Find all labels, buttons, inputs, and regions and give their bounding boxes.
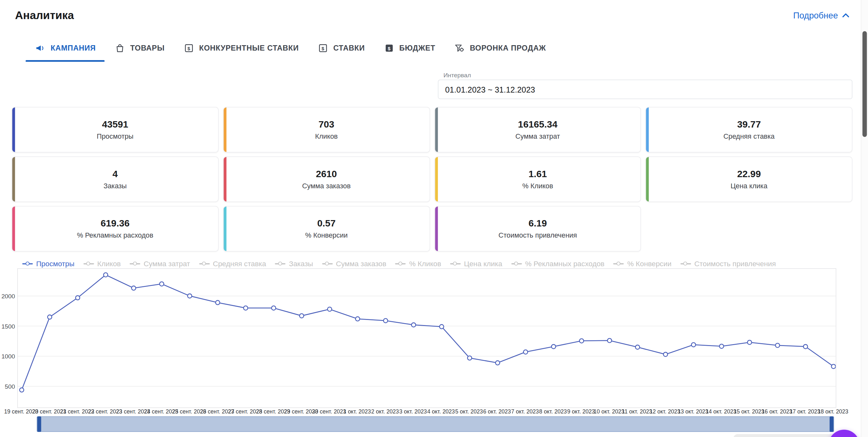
stat-value: 16165.34 <box>518 119 557 130</box>
legend-item[interactable]: % Рекламных расходов <box>511 260 604 268</box>
legend-item[interactable]: Стоимость привлечения <box>680 260 776 268</box>
x-axis-label: 10 окт. 2023 <box>594 409 624 415</box>
tab-label: СТАВКИ <box>333 44 365 52</box>
y-axis-label: 500 <box>5 383 15 389</box>
card-accent <box>646 157 649 202</box>
y-axis-label: 1500 <box>1 323 15 329</box>
line-marker-icon <box>22 261 33 266</box>
details-toggle[interactable]: Подробнее <box>793 10 851 21</box>
legend-item[interactable]: % Кликов <box>395 260 441 268</box>
legend-item[interactable]: Кликов <box>83 260 121 268</box>
stat-card-ad-cost-pct: 619.36 % Рекламных расходов <box>12 206 219 252</box>
stat-label: % Рекламных расходов <box>77 232 153 239</box>
stat-label: Цена клика <box>731 182 768 190</box>
budget-card-icon: $ <box>384 43 394 53</box>
stat-card-acquisition-cost: 6.19 Стоимость привлечения <box>434 206 641 252</box>
x-axis-label: 2 окт. 2023 <box>371 409 399 415</box>
tab-bids[interactable]: $ СТАВКИ <box>318 43 365 62</box>
range-slider[interactable] <box>37 416 834 432</box>
analytics-tabs: КАМПАНИЯ ТОВАРЫ $ КОНКУРЕНТНЫЕ СТАВКИ $ … <box>35 43 868 62</box>
card-accent <box>223 157 226 202</box>
x-axis-label: 11 окт. 2023 <box>622 409 652 415</box>
slider-handle-right[interactable] <box>830 416 833 432</box>
card-accent <box>435 108 438 152</box>
stat-label: Средняя ставка <box>723 133 775 141</box>
x-axis-label: 16 окт. 2023 <box>762 409 792 415</box>
legend-item[interactable]: % Конверсии <box>613 260 672 268</box>
legend-label: Сумма заказов <box>336 260 386 268</box>
tab-budget[interactable]: $ БЮДЖЕТ <box>384 43 435 62</box>
stat-card-conversion: 0.57 % Конверсии <box>223 206 430 252</box>
stat-label: Сумма заказов <box>302 182 351 190</box>
stat-value: 703 <box>318 119 335 130</box>
stat-card-cpc: 22.99 Цена клика <box>645 156 852 202</box>
tab-products[interactable]: ТОВАРЫ <box>115 43 165 62</box>
stat-value: 619.36 <box>101 218 130 229</box>
y-axis: 500100015002000 <box>2 269 16 407</box>
x-axis-label: 9 окт. 2023 <box>567 409 595 415</box>
line-marker-icon <box>199 261 210 266</box>
stat-card-orders: 4 Заказы <box>12 156 219 202</box>
svg-text:$: $ <box>187 46 190 51</box>
details-label: Подробнее <box>793 10 838 20</box>
card-accent <box>435 157 438 202</box>
card-accent <box>12 206 15 251</box>
stat-card-ctr: 1.61 % Кликов <box>434 156 641 202</box>
tab-label: КОНКУРЕНТНЫЕ СТАВКИ <box>199 44 299 52</box>
legend-label: Стоимость привлечения <box>694 260 776 268</box>
slider-handle-left[interactable] <box>37 416 41 432</box>
interval-field: Интервал 01.01.2023 ~ 31.12.2023 <box>438 72 852 99</box>
megaphone-icon <box>35 43 45 53</box>
tab-label: БЮДЖЕТ <box>399 44 435 52</box>
x-axis-label: 6 окт. 2023 <box>483 409 511 415</box>
x-axis-label: 3 окт. 2023 <box>399 409 427 415</box>
stat-label: % Конверсии <box>305 232 348 239</box>
legend-item[interactable]: Заказы <box>275 260 313 268</box>
line-marker-icon <box>450 261 461 266</box>
legend-item[interactable]: Цена клика <box>450 260 502 268</box>
stat-value: 4 <box>113 169 118 180</box>
tab-label: КАМПАНИЯ <box>51 44 96 52</box>
stat-label: Кликов <box>315 133 338 141</box>
line-marker-icon <box>130 261 140 266</box>
x-axis-label: 7 окт. 2023 <box>511 409 539 415</box>
svg-text:$: $ <box>321 46 324 51</box>
line-marker-icon <box>275 261 285 266</box>
tab-competitive-bids[interactable]: $ КОНКУРЕНТНЫЕ СТАВКИ <box>183 43 299 62</box>
chart-canvas <box>18 269 836 407</box>
legend-item[interactable]: Средняя ставка <box>199 260 266 268</box>
tab-label: ВОРОНКА ПРОДАЖ <box>470 44 546 52</box>
scrollbar-thumb[interactable] <box>863 31 867 137</box>
tab-campaign[interactable]: КАМПАНИЯ <box>35 43 96 62</box>
tab-sales-funnel[interactable]: ВОРОНКА ПРОДАЖ <box>454 43 546 62</box>
x-axis-label: 5 окт. 2023 <box>455 409 483 415</box>
x-axis-label: 13 окт. 2023 <box>678 409 708 415</box>
x-axis-label: 30 сент. 2023 <box>312 409 346 415</box>
legend-item[interactable]: Сумма заказов <box>322 260 386 268</box>
x-axis-label: 18 окт. 2023 <box>817 409 848 415</box>
legend-item[interactable]: Сумма затрат <box>130 260 190 268</box>
date-range-input[interactable]: 01.01.2023 ~ 31.12.2023 <box>438 80 852 99</box>
card-accent <box>223 206 226 251</box>
scrollbar-track[interactable] <box>861 0 868 437</box>
line-marker-icon <box>395 261 406 266</box>
stat-cards: 43591 Просмотры 703 Кликов 16165.34 Сумм… <box>12 107 852 252</box>
stat-value: 22.99 <box>737 169 761 180</box>
analytics-page: Аналитика Подробнее КАМПАНИЯ ТОВАРЫ $ КО… <box>0 0 868 437</box>
bag-icon <box>115 43 125 53</box>
tab-label: ТОВАРЫ <box>130 44 165 52</box>
stat-value: 0.57 <box>317 218 336 229</box>
funnel-gear-icon <box>454 43 465 53</box>
dollar-square-icon: $ <box>318 43 328 53</box>
legend-label: % Конверсии <box>627 260 672 268</box>
x-axis-label: 8 окт. 2023 <box>539 409 567 415</box>
card-accent <box>223 108 226 152</box>
page-header: Аналитика Подробнее <box>15 9 851 22</box>
legend-item[interactable]: Просмотры <box>22 260 74 268</box>
stat-label: Заказы <box>103 182 127 190</box>
chart-legend: Просмотры Кликов Сумма затрат Средняя ст… <box>22 260 852 268</box>
x-axis-label: 4 окт. 2023 <box>427 409 455 415</box>
legend-label: Сумма затрат <box>144 260 190 268</box>
card-accent <box>12 108 15 152</box>
bottom-right-panel-edge <box>734 434 839 437</box>
